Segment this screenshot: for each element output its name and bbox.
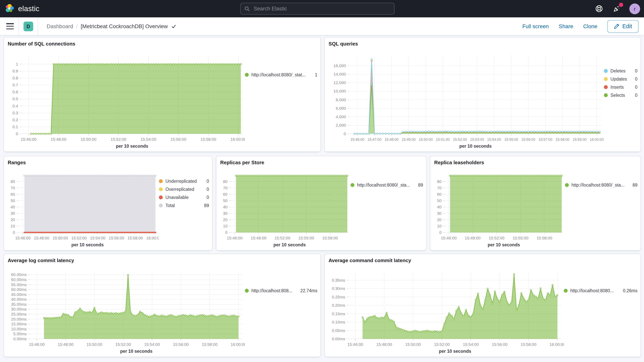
legend-item[interactable]: Unavailable0 <box>159 193 209 201</box>
panel-title-replicas-per-store: Replicas per Store <box>216 156 426 168</box>
y-tick-label: 20 <box>223 218 228 222</box>
x-tick-label: 15:46:00 <box>441 236 456 240</box>
legend-swatch-icon <box>604 77 608 81</box>
chart-cmd-latency: 15:46:0015:48:0015:50:0015:52:0015:54:00… <box>325 266 564 358</box>
legend-item[interactable]: Deletes0 <box>604 67 638 75</box>
legend-value: 0 <box>631 76 638 81</box>
news-icon[interactable] <box>612 4 622 14</box>
panel-log-latency: Average log commit latency15:46:0015:48:… <box>4 254 321 357</box>
x-tick-label: 15:46:00 <box>350 138 364 142</box>
y-tick-label: 0 <box>344 132 346 136</box>
legend-swatch-icon <box>350 183 354 187</box>
legend-item[interactable]: http://localhost:8080/_sta...89 <box>565 181 638 189</box>
legend-item[interactable]: Total89 <box>159 201 209 209</box>
user-avatar[interactable]: r <box>629 3 640 14</box>
check-icon <box>171 23 176 29</box>
y-tick-label: 50 <box>10 198 15 203</box>
y-tick-label: 30 <box>10 211 15 216</box>
legend-sql-queries: Deletes0Updates0Inserts0Selects0 <box>604 49 640 153</box>
share-button[interactable]: Share <box>559 23 573 29</box>
full-screen-button[interactable]: Full screen <box>522 23 549 29</box>
y-tick-label: 0.4 <box>12 104 18 108</box>
y-tick-label: 60 <box>437 192 442 196</box>
legend-item[interactable]: http://localhost:8080...0.26ms <box>564 286 638 294</box>
y-tick-label: 10,000 <box>334 89 346 93</box>
x-tick-label: 16:00:00 <box>230 137 245 142</box>
x-tick-label: 15:48:00 <box>376 342 392 346</box>
legend-log-latency: http://localhost:808...22.74ms <box>245 266 320 358</box>
panel-title-ranges: Ranges <box>4 156 212 168</box>
help-icon[interactable] <box>594 4 604 14</box>
legend-swatch-icon <box>159 203 163 207</box>
x-tick-label: 15:54:00 <box>463 342 479 346</box>
pencil-icon <box>614 24 619 29</box>
legend-item[interactable]: Updates0 <box>604 75 638 83</box>
y-tick-label: 15.00ms <box>11 322 26 326</box>
legend-label: Overreplicated <box>166 187 194 192</box>
y-tick-label: 0 <box>225 230 228 234</box>
legend-item[interactable]: http://localhost:8080/_stat...1 <box>245 70 317 79</box>
global-header: elastic <box>0 0 644 17</box>
chart-sql-connections: 15:46:0015:48:0015:50:0015:52:0015:54:00… <box>4 49 245 153</box>
y-tick-label: 50 <box>437 198 442 203</box>
x-tick-label: 15:56:00 <box>109 236 124 240</box>
chart-canvas-replica-leaseholders: 15:46:0015:49:0015:52:0015:55:0015:58:00… <box>430 168 565 250</box>
x-tick-label: 15:56:00 <box>173 342 189 346</box>
x-tick-label: 15:50:00 <box>419 138 433 142</box>
menu-icon[interactable] <box>6 23 14 29</box>
x-tick-label: 15:52:00 <box>453 138 467 142</box>
legend-item[interactable]: Inserts0 <box>604 83 638 91</box>
y-tick-label: 80 <box>10 179 15 184</box>
legend-item[interactable]: Selects0 <box>604 91 638 99</box>
x-tick-label: 15:48:00 <box>58 342 74 346</box>
chart-replicas-per-store: 15:46:0015:49:0015:52:0015:55:0015:58:00… <box>216 168 350 252</box>
breadcrumb-dashboard-link[interactable]: Dashboard <box>47 23 73 29</box>
y-tick-label: 25.00ms <box>11 312 26 316</box>
legend-value: 22.74ms <box>296 288 317 293</box>
x-tick-label: 15:48:00 <box>51 137 66 142</box>
y-tick-label: 0 <box>13 230 15 234</box>
panel-ranges: Ranges15:46:0015:48:0015:50:0015:52:0015… <box>4 156 212 250</box>
y-tick-label: 35.00ms <box>11 302 26 306</box>
x-tick-label: 15:52:00 <box>115 342 131 346</box>
y-tick-label: 50.00ms <box>11 287 26 292</box>
y-tick-label: 60.00ms <box>11 278 26 282</box>
legend-value: 0.26ms <box>619 288 638 293</box>
elastic-logo[interactable]: elastic <box>0 4 40 14</box>
panel-title-log-latency: Average log commit latency <box>4 254 320 266</box>
x-tick-label: 15:58:00 <box>202 342 218 346</box>
x-tick-label: 15:50:00 <box>53 236 68 240</box>
legend-item[interactable]: Overreplicated0 <box>159 185 209 193</box>
search-input[interactable] <box>253 6 390 12</box>
y-tick-label: 0.15ms <box>332 312 345 316</box>
legend-swatch-icon <box>604 93 608 97</box>
legend-item[interactable]: Underreplicated0 <box>159 177 209 185</box>
x-tick-label: 15:46:00 <box>21 137 36 142</box>
legend-value: 0 <box>203 195 209 200</box>
y-tick-label: 80 <box>223 179 228 184</box>
legend-item[interactable]: http://localhost:8080/_sta...89 <box>350 181 423 189</box>
y-tick-label: 0.25ms <box>332 295 345 299</box>
y-tick-label: 0.35ms <box>332 278 345 282</box>
legend-cmd-latency: http://localhost:8080...0.26ms <box>564 266 640 358</box>
y-tick-label: 5.00ms <box>13 332 26 336</box>
x-axis-title: per 10 seconds <box>274 242 306 247</box>
clone-button[interactable]: Clone <box>583 23 597 29</box>
y-tick-label: 0.10ms <box>332 320 345 324</box>
y-tick-label: 10 <box>223 224 228 228</box>
y-tick-label: 30 <box>437 211 442 216</box>
y-tick-label: 0.30ms <box>332 286 345 291</box>
edit-button[interactable]: Edit <box>607 20 638 32</box>
x-tick-label: 15:58:00 <box>520 342 536 346</box>
x-tick-label: 15:46:00 <box>348 342 363 346</box>
y-tick-label: 4,000 <box>336 114 346 119</box>
legend-item[interactable]: http://localhost:808...22.74ms <box>245 286 317 294</box>
global-search[interactable] <box>240 3 394 15</box>
y-tick-label: 14,000 <box>334 72 346 76</box>
legend-value: 0 <box>203 179 209 183</box>
y-tick-label: 0.1 <box>12 124 18 129</box>
legend-label: Inserts <box>610 84 624 89</box>
chart-canvas-ranges: 15:46:0015:48:0015:50:0015:52:0015:54:00… <box>4 168 159 250</box>
y-tick-label: 2,000 <box>336 123 346 128</box>
y-tick-label: 70 <box>437 186 442 190</box>
